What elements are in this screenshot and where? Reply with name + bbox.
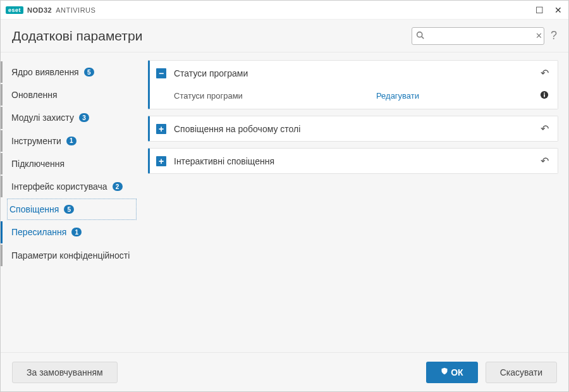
panel-header-app-status[interactable]: − Статуси програми ↶ (150, 61, 558, 85)
sidebar-badge: 1 (66, 137, 76, 145)
cancel-button[interactable]: Скасувати (486, 362, 557, 383)
sidebar-item-protection[interactable]: Модулі захисту 3 (1, 107, 143, 128)
sidebar-item-label: Інтерфейс користувача (11, 181, 107, 192)
collapse-icon[interactable]: − (156, 68, 166, 78)
sidebar-item-connections[interactable]: Підключення (1, 153, 143, 175)
content: − Статуси програми ↶ Статуси програми Ре… (143, 52, 568, 352)
footer: За замовчуванням ОК Скасувати (1, 352, 568, 391)
titlebar: eset NOD32 ANTIVIRUS ☐ ✕ (1, 1, 568, 20)
expand-icon[interactable]: + (156, 156, 166, 166)
brand-product-light: ANTIVIRUS (56, 6, 95, 14)
revert-icon[interactable]: ↶ (541, 67, 549, 79)
sidebar-item-label: Модулі захисту (11, 112, 74, 123)
panel-app-status: − Статуси програми ↶ Статуси програми Ре… (148, 60, 558, 109)
panel-title: Сповіщення на робочому столі (174, 124, 541, 134)
brand: eset NOD32 ANTIVIRUS (6, 6, 95, 14)
sidebar-item-tools[interactable]: Інструменти 1 (1, 130, 143, 152)
svg-line-1 (422, 36, 424, 38)
ok-label: ОК (451, 367, 463, 377)
ok-button[interactable]: ОК (426, 362, 477, 383)
revert-icon[interactable]: ↶ (541, 155, 549, 167)
info-icon[interactable] (540, 90, 549, 101)
revert-icon[interactable]: ↶ (541, 123, 549, 135)
sidebar-item-ui[interactable]: Інтерфейс користувача 2 (1, 176, 143, 197)
sidebar-item-detection-core[interactable]: Ядро виявлення 5 (1, 61, 143, 83)
edit-link[interactable]: Редагувати (376, 91, 540, 101)
app-window: eset NOD32 ANTIVIRUS ☐ ✕ Додаткові парам… (0, 0, 569, 392)
sidebar-item-notifications[interactable]: Сповіщення 5 (7, 199, 137, 220)
maximize-icon[interactable]: ☐ (534, 5, 544, 15)
svg-rect-4 (544, 93, 545, 94)
close-icon[interactable]: ✕ (553, 5, 563, 15)
svg-point-0 (417, 32, 422, 37)
brand-logo: eset (6, 6, 23, 14)
page-title: Додаткові параметри (12, 28, 142, 44)
sidebar-item-privacy[interactable]: Параметри конфіденційності (1, 245, 143, 266)
defaults-button[interactable]: За замовчуванням (12, 362, 118, 383)
panel-row-app-status: Статуси програми Редагувати (150, 85, 558, 109)
panel-title: Інтерактивні сповіщення (174, 156, 541, 166)
panel-desktop-notifications: + Сповіщення на робочому столі ↶ (148, 116, 558, 142)
search-box[interactable]: ✕ (412, 27, 544, 45)
sidebar-badge: 2 (113, 182, 123, 191)
panel-title: Статуси програми (174, 68, 541, 78)
panel-header-desktop-notifications[interactable]: + Сповіщення на робочому столі ↶ (150, 116, 558, 141)
sidebar-badge: 1 (71, 228, 82, 236)
clear-search-icon[interactable]: ✕ (535, 31, 542, 40)
sidebar-item-label: Сповіщення (9, 204, 59, 215)
body: Ядро виявлення 5 Оновлення Модулі захист… (1, 52, 568, 352)
sidebar-badge: 5 (84, 68, 94, 77)
sidebar-item-label: Оновлення (11, 89, 58, 101)
window-controls: ☐ ✕ (534, 5, 563, 15)
sidebar-item-label: Інструменти (11, 135, 61, 147)
header: Додаткові параметри ✕ ? (1, 20, 568, 52)
row-label: Статуси програми (174, 91, 376, 101)
search-icon (416, 31, 424, 41)
sidebar: Ядро виявлення 5 Оновлення Модулі захист… (1, 52, 143, 352)
sidebar-item-update[interactable]: Оновлення (1, 84, 143, 106)
svg-rect-3 (544, 94, 545, 97)
sidebar-badge: 5 (64, 205, 74, 214)
sidebar-item-label: Ядро виявлення (11, 66, 79, 78)
sidebar-item-label: Параметри конфіденційності (11, 250, 130, 261)
sidebar-badge: 3 (79, 113, 89, 122)
sidebar-item-label: Підключення (11, 158, 64, 169)
shield-icon (441, 367, 448, 377)
sidebar-item-forwarding[interactable]: Пересилання 1 (1, 221, 143, 243)
panel-header-interactive-notifications[interactable]: + Інтерактивні сповіщення ↶ (150, 149, 558, 173)
help-icon[interactable]: ? (551, 29, 557, 42)
sidebar-item-label: Пересилання (11, 226, 66, 238)
header-right: ✕ ? (412, 27, 557, 45)
brand-product-bold: NOD32 (27, 6, 52, 14)
search-input[interactable] (427, 31, 533, 40)
panel-interactive-notifications: + Інтерактивні сповіщення ↶ (148, 148, 558, 174)
expand-icon[interactable]: + (156, 124, 166, 134)
